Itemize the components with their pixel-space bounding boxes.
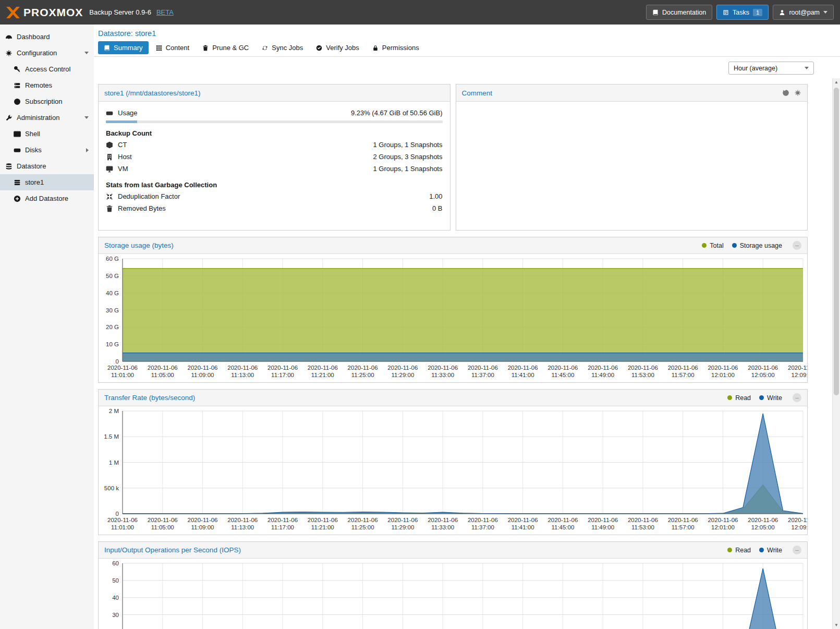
svg-text:12:01:00: 12:01:00 (711, 524, 735, 530)
gear-icon[interactable] (794, 89, 801, 96)
tasks-label: Tasks (733, 9, 749, 16)
sidebar-item-dashboard[interactable]: Dashboard (0, 29, 94, 45)
sidebar-item-administration[interactable]: Administration (0, 110, 94, 126)
legend-item-write[interactable]: Write (759, 394, 782, 402)
scroll-area: store1 (/mnt/datastores/store1) Usage 9.… (94, 77, 840, 629)
scrollbar-thumb[interactable] (834, 88, 839, 395)
tab-sync-jobs[interactable]: Sync Jobs (256, 41, 309, 54)
legend-label: Storage usage (740, 242, 782, 249)
iops-chart-title: Input/Output Operations per Second (IOPS… (104, 546, 241, 554)
legend-dot (759, 548, 764, 552)
collapse-icon[interactable]: – (793, 546, 801, 554)
legend-dot (727, 395, 732, 400)
svg-text:11:33:00: 11:33:00 (431, 372, 454, 378)
sidebar-item-shell[interactable]: Shell (0, 126, 94, 142)
usage-value: 9.23% (4.67 GiB of 50.56 GiB) (351, 109, 443, 117)
svg-text:50: 50 (112, 577, 119, 584)
legend-item-storage-usage[interactable]: Storage usage (732, 242, 782, 249)
legend-item-read[interactable]: Read (727, 547, 751, 554)
revert-icon[interactable] (782, 89, 789, 96)
svg-text:2020-11-06: 2020-11-06 (348, 517, 378, 523)
svg-text:1 M: 1 M (109, 459, 119, 466)
sidebar-item-label: Access Control (25, 65, 70, 73)
tab-label: Summary (114, 44, 143, 52)
compress-icon (106, 193, 113, 200)
chevron-right-icon (86, 148, 89, 152)
beta-link[interactable]: BETA (156, 8, 174, 16)
vertical-scrollbar[interactable]: ▲ ▼ (832, 78, 840, 629)
building-icon (106, 153, 113, 161)
svg-text:2020-11-06: 2020-11-06 (308, 517, 338, 523)
svg-text:11:53:00: 11:53:00 (631, 372, 654, 378)
documentation-button[interactable]: Documentation (646, 5, 712, 20)
svg-text:2020-11-06: 2020-11-06 (348, 365, 378, 371)
svg-text:0: 0 (116, 511, 119, 517)
sidebar-item-store1[interactable]: store1 (0, 174, 94, 190)
key-icon (14, 66, 21, 73)
collapse-icon[interactable]: – (793, 393, 801, 402)
tab-verify-jobs[interactable]: Verify Jobs (310, 41, 365, 54)
legend-item-total[interactable]: Total (702, 242, 723, 249)
legend-dot (727, 548, 732, 552)
sidebar-item-label: Shell (25, 130, 40, 138)
svg-text:11:49:00: 11:49:00 (591, 524, 614, 530)
svg-text:40: 40 (112, 595, 119, 601)
svg-text:11:29:00: 11:29:00 (391, 524, 414, 530)
svg-text:2020-11-06: 2020-11-06 (628, 517, 658, 523)
transfer-rate-chart: 0500 k1 M1.5 M2 M2020-11-0611:01:002020-… (99, 406, 807, 535)
book-icon (652, 9, 659, 16)
sidebar-item-remotes[interactable]: Remotes (0, 77, 94, 93)
sidebar-item-access-control[interactable]: Access Control (0, 61, 94, 77)
sidebar-item-disks[interactable]: Disks (0, 142, 94, 158)
tasks-button[interactable]: Tasks 1 (716, 5, 769, 20)
gc-stats-title: Stats from last Garbage Collection (106, 181, 443, 189)
sidebar-item-add-datastore[interactable]: Add Datastore (0, 190, 94, 207)
svg-text:2020-11-06: 2020-11-06 (107, 517, 138, 523)
storage-chart-legend: Total Storage usage – (702, 241, 801, 250)
tab-summary[interactable]: Summary (98, 41, 149, 54)
removed-bytes-label: Removed Bytes (118, 204, 166, 212)
svg-text:2020-11-06: 2020-11-06 (547, 517, 578, 523)
svg-text:2020-11-06: 2020-11-06 (788, 365, 807, 371)
tab-content[interactable]: Content (150, 41, 196, 54)
sidebar-item-subscription[interactable]: Subscription (0, 93, 94, 110)
svg-text:2020-11-06: 2020-11-06 (748, 365, 778, 371)
trash-icon (202, 45, 209, 51)
lock-icon (372, 45, 379, 51)
user-menu-button[interactable]: root@pam (773, 5, 834, 20)
svg-text:500 k: 500 k (104, 485, 119, 491)
scroll-down-arrow-icon[interactable]: ▼ (833, 621, 840, 629)
sidebar-item-configuration[interactable]: Configuration (0, 45, 94, 61)
timeframe-select[interactable]: Hour (average) (728, 62, 814, 75)
svg-text:11:45:00: 11:45:00 (551, 372, 574, 378)
svg-text:11:57:00: 11:57:00 (672, 372, 695, 378)
svg-text:11:25:00: 11:25:00 (351, 372, 374, 378)
svg-text:2020-11-06: 2020-11-06 (547, 365, 578, 371)
tab-prune-gc[interactable]: Prune & GC (197, 41, 254, 54)
storage-usage-chart: 010 G20 G30 G40 G50 G60 G2020-11-0611:01… (99, 254, 807, 382)
proxmox-logo[interactable]: PROXMOX (6, 6, 83, 19)
comment-content[interactable] (456, 102, 808, 230)
legend-item-read[interactable]: Read (727, 394, 751, 402)
svg-text:11:49:00: 11:49:00 (591, 372, 614, 378)
svg-text:11:37:00: 11:37:00 (471, 372, 494, 378)
svg-text:2020-11-06: 2020-11-06 (428, 365, 458, 371)
gauge-icon (5, 33, 13, 41)
collapse-icon[interactable]: – (793, 241, 801, 250)
svg-text:11:01:00: 11:01:00 (111, 372, 134, 378)
product-version: Backup Server 0.9-6 (89, 8, 151, 16)
svg-text:10 G: 10 G (106, 341, 119, 347)
svg-text:2020-11-06: 2020-11-06 (508, 517, 538, 523)
scroll-up-arrow-icon[interactable]: ▲ (833, 78, 840, 86)
svg-text:11:37:00: 11:37:00 (471, 524, 494, 530)
svg-text:11:45:00: 11:45:00 (551, 524, 574, 530)
backup-count-title: Backup Count (106, 129, 443, 137)
tab-permissions[interactable]: Permissions (367, 41, 425, 54)
sidebar-item-datastore[interactable]: Datastore (0, 158, 94, 174)
legend-item-write[interactable]: Write (759, 547, 782, 554)
svg-text:11:17:00: 11:17:00 (271, 524, 294, 530)
datastore-summary-panel: store1 (/mnt/datastores/store1) Usage 9.… (98, 84, 451, 231)
svg-text:12:09:00: 12:09:00 (792, 372, 807, 378)
svg-text:2020-11-06: 2020-11-06 (588, 365, 618, 371)
comment-panel: Comment (456, 84, 808, 231)
